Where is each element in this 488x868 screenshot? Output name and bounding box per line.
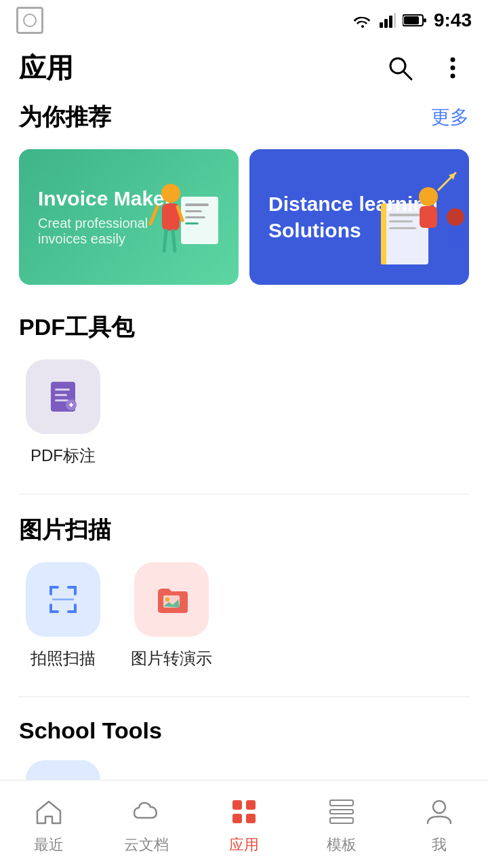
- svg-line-19: [150, 207, 157, 224]
- nav-item-templates[interactable]: 模板: [293, 794, 390, 855]
- top-bar: 应用: [0, 41, 488, 95]
- pdf-annotate-icon: [26, 359, 100, 434]
- app-pic-presentation[interactable]: 图片转演示: [127, 562, 216, 669]
- recommend-cards: Invoice Maker Creat professionalinvoices…: [19, 149, 469, 285]
- status-bar-right: 9:43: [352, 9, 472, 31]
- image-scan-header: 图片扫描: [19, 515, 469, 546]
- nav-me-label: 我: [432, 835, 447, 855]
- svg-rect-5: [404, 16, 419, 24]
- pdf-annotate-svg: [43, 376, 83, 417]
- svg-point-55: [433, 801, 445, 813]
- svg-rect-2: [389, 16, 392, 28]
- svg-point-11: [451, 74, 455, 79]
- svg-rect-37: [55, 399, 68, 401]
- search-button[interactable]: [384, 52, 416, 84]
- svg-rect-14: [185, 210, 202, 212]
- photo-scan-label: 拍照扫描: [30, 648, 96, 669]
- page-title: 应用: [19, 50, 73, 87]
- pdf-tools-section: PDF工具包 PDF标注: [19, 312, 469, 467]
- svg-rect-16: [185, 222, 199, 224]
- status-time: 9:43: [434, 9, 472, 31]
- nav-item-me[interactable]: 我: [390, 794, 488, 855]
- main-content: 为你推荐 更多 Invoice Maker Creat professional…: [0, 95, 488, 868]
- svg-line-22: [173, 231, 175, 251]
- pic-presentation-label: 图片转演示: [131, 648, 212, 669]
- gallery-icon: [16, 7, 43, 34]
- svg-rect-54: [330, 818, 353, 823]
- app-photo-scan[interactable]: 拍照扫描: [19, 562, 107, 669]
- photo-scan-icon: [26, 562, 100, 637]
- divider-2: [19, 696, 469, 697]
- svg-rect-49: [246, 800, 256, 810]
- more-icon: [439, 54, 467, 82]
- pdf-tools-title: PDF工具包: [19, 312, 134, 343]
- recommended-more-link[interactable]: 更多: [431, 104, 469, 130]
- svg-rect-48: [232, 800, 242, 810]
- svg-point-32: [447, 208, 464, 226]
- nav-home-icon: [31, 794, 66, 829]
- nav-item-apps[interactable]: 应用: [195, 794, 293, 855]
- svg-point-17: [161, 184, 180, 203]
- nav-apps-label: 应用: [229, 835, 259, 855]
- pdf-annotate-label: PDF标注: [30, 445, 96, 467]
- svg-point-28: [419, 187, 438, 206]
- svg-rect-33: [447, 226, 464, 250]
- svg-rect-3: [394, 13, 396, 28]
- pic-presentation-svg: [151, 579, 192, 620]
- svg-rect-26: [389, 220, 413, 222]
- pdf-apps-row: PDF标注: [19, 359, 469, 467]
- status-bar: 9:43: [0, 0, 488, 41]
- top-bar-icons: [384, 52, 469, 84]
- more-button[interactable]: [436, 52, 469, 84]
- image-scan-title: 图片扫描: [19, 515, 111, 546]
- invoice-illustration: [147, 156, 228, 278]
- svg-rect-27: [389, 227, 416, 229]
- nav-templates-icon: [324, 794, 359, 829]
- svg-line-21: [164, 231, 166, 251]
- nav-recent-label: 最近: [34, 835, 64, 855]
- recommended-header: 为你推荐 更多: [19, 102, 469, 133]
- distance-decoration: [361, 163, 469, 285]
- distance-illustration: [361, 163, 469, 285]
- photo-scan-svg: [43, 579, 83, 620]
- nav-templates-label: 模板: [327, 835, 357, 855]
- svg-rect-25: [389, 214, 420, 216]
- invoice-maker-card[interactable]: Invoice Maker Creat professionalinvoices…: [19, 149, 239, 285]
- distance-learning-card[interactable]: Distance learningSolutions: [249, 149, 469, 285]
- recommended-title: 为你推荐: [19, 102, 111, 133]
- svg-point-43: [165, 597, 169, 601]
- pdf-tools-header: PDF工具包: [19, 312, 469, 343]
- pic-presentation-icon: [134, 562, 209, 637]
- svg-rect-52: [330, 800, 353, 806]
- svg-rect-13: [185, 203, 209, 206]
- svg-rect-0: [380, 22, 383, 28]
- svg-rect-53: [330, 810, 353, 814]
- divider-1: [19, 494, 469, 494]
- nav-person-icon: [422, 794, 457, 829]
- svg-rect-51: [246, 814, 256, 823]
- status-bar-left: [16, 7, 43, 34]
- nav-cloud-label: 云文档: [124, 835, 169, 855]
- school-tools-title: School Tools: [19, 717, 162, 744]
- image-scan-apps-row: 拍照扫描 图片转演示: [19, 562, 469, 669]
- image-scan-section: 图片扫描 拍照扫描: [19, 515, 469, 669]
- svg-point-10: [451, 66, 455, 71]
- app-pdf-annotate[interactable]: PDF标注: [19, 359, 107, 467]
- search-icon: [386, 54, 414, 82]
- nav-cloud-icon: [129, 794, 164, 829]
- school-tools-header: School Tools: [19, 717, 469, 744]
- recommended-section: 为你推荐 更多 Invoice Maker Creat professional…: [19, 102, 469, 285]
- svg-rect-15: [185, 216, 205, 218]
- wifi-icon: [352, 13, 373, 28]
- svg-rect-36: [55, 394, 67, 396]
- invoice-decoration: [144, 149, 232, 285]
- nav-item-recent[interactable]: 最近: [0, 794, 98, 855]
- battery-icon: [403, 14, 427, 27]
- svg-line-8: [403, 71, 411, 79]
- svg-rect-29: [420, 206, 437, 228]
- nav-apps-icon: [226, 794, 262, 829]
- svg-point-9: [451, 58, 455, 62]
- signal-icon: [380, 13, 396, 28]
- svg-rect-35: [55, 389, 70, 391]
- nav-item-cloud[interactable]: 云文档: [98, 794, 195, 855]
